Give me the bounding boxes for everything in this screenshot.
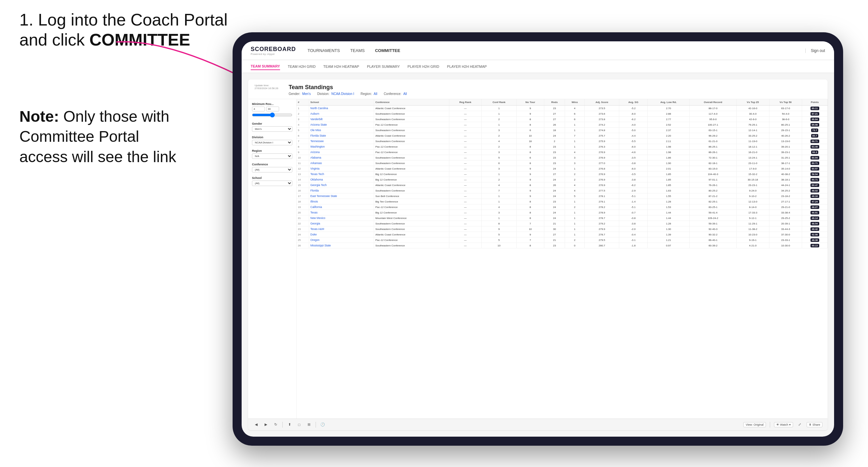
watch-label: Watch (780, 423, 788, 426)
main-content: Update time: 27/03/2024 16:56:26 Team St… (242, 73, 834, 437)
tab-player-h2h-heatmap[interactable]: PLAYER H2H HEATMAP (447, 63, 487, 70)
tab-team-summary[interactable]: TEAM SUMMARY (251, 63, 280, 70)
tab-player-h2h-grid[interactable]: PLAYER H2H GRID (408, 63, 439, 70)
col-adj-score: Adj. Score (585, 99, 619, 105)
update-time-value: 27/03/2024 16:56:26 (254, 87, 278, 90)
col-vs25: Vs Top 25 (737, 99, 770, 105)
sidebar: Minimum Rou... Gender Men's (248, 99, 297, 418)
region-section: Region N/A (252, 149, 292, 159)
note-area: Note: Only those with Committee Portal a… (20, 106, 191, 167)
col-conference: Conference (374, 99, 449, 105)
gender-filter: Gender: Men's (288, 92, 311, 96)
table-row: 11ArkansasSoutheastern Conference—682332… (297, 160, 828, 166)
nav-teams[interactable]: TEAMS (350, 47, 365, 54)
table-row: 3VanderbiltSoutheastern Conference—28276… (297, 117, 828, 122)
view-original-button[interactable]: View: Original (743, 422, 766, 427)
range-inputs (252, 106, 292, 112)
table-row: 2AuburnSoutheastern Conference—19276273.… (297, 111, 828, 117)
col-points: Points (802, 99, 828, 105)
rounds-slider[interactable] (252, 113, 292, 118)
note-label: Note: (20, 108, 59, 125)
forward-icon[interactable]: ▶ (263, 422, 269, 428)
table-row: 5Ole MissSoutheastern Conference—3618127… (297, 128, 828, 133)
bookmark-icon[interactable]: □ (296, 422, 302, 428)
gender-select[interactable]: Men's (252, 126, 292, 132)
nav-tournaments[interactable]: TOURNAMENTS (308, 47, 340, 54)
sub-tabs: TEAM SUMMARY TEAM H2H GRID TEAM H2H HEAT… (242, 60, 834, 73)
reload-icon[interactable]: ↻ (273, 422, 278, 428)
gender-label: Gender: (288, 92, 300, 96)
conference-label: Conference: (384, 92, 401, 96)
tablet-screen: SCOREBOARD Powered by clippd TOURNAMENTS… (242, 41, 834, 437)
col-rnds: Rnds (544, 99, 565, 105)
resize-icon[interactable]: ⤢ (797, 422, 803, 428)
table-container: # School Conference Reg Rank Conf Rank N… (297, 99, 828, 418)
card-header: Update time: 27/03/2024 16:56:26 Team St… (248, 80, 828, 99)
tab-player-summary[interactable]: PLAYER SUMMARY (367, 63, 400, 70)
toolbar-separator (282, 422, 283, 428)
tablet-frame: SCOREBOARD Powered by clippd TOURNAMENTS… (232, 32, 843, 446)
col-reg-rank: Reg Rank (449, 99, 482, 105)
min-input[interactable] (252, 106, 265, 112)
col-no-tour: No Tour (517, 99, 544, 105)
table-row: 21New MexicoMountain West Conference—182… (297, 215, 828, 221)
filter-row: Gender: Men's Division: NCAA Division I … (288, 91, 407, 96)
back-icon[interactable]: ◀ (253, 422, 259, 428)
gender-section: Gender Men's (252, 122, 292, 132)
table-row: 9ArizonaPac-12 Conference—38234276.9-4.6… (297, 150, 828, 155)
sidebar-region-label: Region (252, 149, 292, 152)
app-logo: SCOREBOARD Powered by clippd (251, 46, 296, 56)
share-button[interactable]: ⬆ Share (807, 422, 823, 427)
table-row: 25OregonPac-12 Conference—57212279.5-3.1… (297, 238, 828, 243)
col-vs50: Vs Top 50 (769, 99, 802, 105)
col-conf-rank: Conf Rank (482, 99, 517, 105)
table-row: 1North CarolinaAtlantic Coast Conference… (297, 105, 828, 111)
tab-icon[interactable]: ⊞ (306, 422, 312, 428)
table-row: 7TennesseeSoutheastern Conference—418212… (297, 138, 828, 144)
table-row: 24DukeAtlantic Coast Conference—59271278… (297, 232, 828, 238)
update-time-label: Update time: (254, 84, 278, 87)
col-school: School (309, 99, 374, 105)
logo-sub: Powered by clippd (251, 53, 296, 56)
nav-committee[interactable]: COMMITTEE (375, 47, 400, 54)
bottom-toolbar: ◀ ▶ ↻ ⬆ □ ⊞ 🕐 View: Original (248, 418, 828, 430)
col-avg-sg: Avg. SG (619, 99, 648, 105)
table-row: 10AlabamaSoutheastern Conference—5623327… (297, 155, 828, 160)
table-row: 13Texas TechBig 12 Conference—19272276.9… (297, 172, 828, 177)
region-filter: Region: All (361, 92, 377, 96)
min-rounds-label: Minimum Rou... (252, 102, 292, 105)
share-label: Share (812, 423, 820, 426)
watch-button[interactable]: 👁 Watch ▾ (774, 422, 793, 427)
table-row: 22GeorgiaSoutheastern Conference—8721127… (297, 221, 828, 226)
tab-team-h2h-grid[interactable]: TEAM H2H GRID (288, 63, 316, 70)
region-select[interactable]: N/A (252, 153, 292, 159)
nav-bar: SCOREBOARD Powered by clippd TOURNAMENTS… (242, 41, 834, 60)
division-select[interactable]: NCAA Division I (252, 140, 292, 145)
share-icon[interactable]: ⬆ (286, 422, 292, 428)
table-row: 19CaliforniaPac-12 Conference—48242278.2… (297, 205, 828, 210)
card-body: Minimum Rou... Gender Men's (248, 99, 828, 418)
school-select[interactable]: (All) (252, 181, 292, 186)
nav-links: TOURNAMENTS TEAMS COMMITTEE (308, 47, 805, 54)
sidebar-conference-label: Conference (252, 163, 292, 166)
division-section: Division NCAA Division I (252, 136, 292, 145)
conference-select[interactable]: (All) (252, 167, 292, 173)
tab-team-h2h-heatmap[interactable]: TEAM H2H HEATMAP (323, 63, 359, 70)
update-time-block: Update time: 27/03/2024 16:56:26 (254, 84, 278, 90)
table-row: 20TexasBig 12 Conference—38241278.9-0.71… (297, 210, 828, 215)
table-row: 12VirginiaAtlantic Coast Conference—3924… (297, 166, 828, 172)
app-content: SCOREBOARD Powered by clippd TOURNAMENTS… (242, 41, 834, 437)
table-row: 23Texas A&MSoutheastern Conference—91030… (297, 226, 828, 232)
conference-section: Conference (All) (252, 163, 292, 173)
table-row: 17East Tennessee StateSun Belt Conferenc… (297, 193, 828, 199)
sign-out-button[interactable]: Sign out (805, 49, 825, 53)
max-input[interactable] (266, 106, 279, 112)
table-row: 8WashingtonPac-12 Conference—28231276.3-… (297, 144, 828, 150)
table-row: 4Arizona StatePac-12 Conference—18261274… (297, 122, 828, 128)
conference-value: All (403, 92, 407, 96)
toolbar-separator-3 (770, 422, 770, 428)
view-original-label: View: Original (746, 423, 763, 426)
gender-value: Men's (302, 92, 311, 96)
division-value: NCAA Division I (332, 92, 354, 96)
clock-icon[interactable]: 🕐 (320, 422, 326, 428)
